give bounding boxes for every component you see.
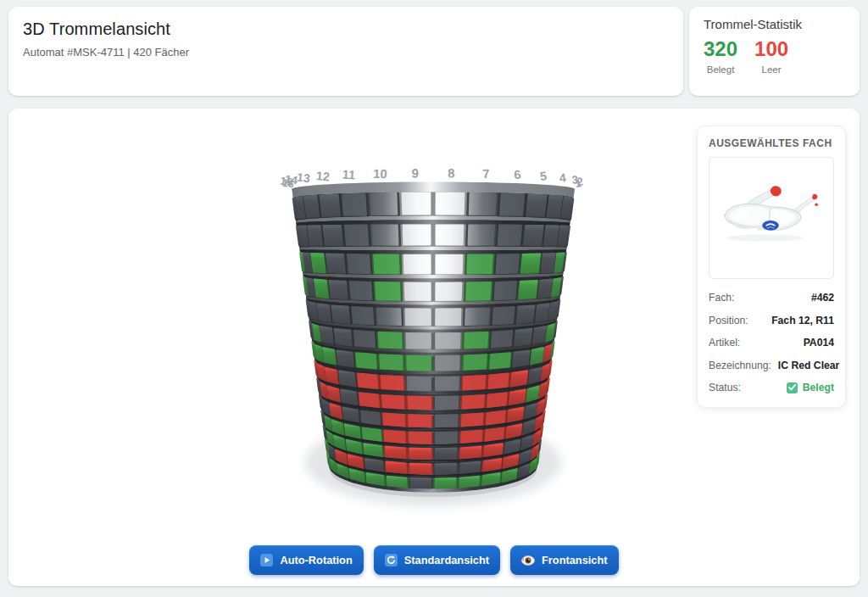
drum-cell[interactable] [407,356,431,371]
drum-cell[interactable] [437,225,464,244]
drum-cell[interactable] [493,307,515,324]
drum-cell[interactable] [323,226,342,245]
drum-cell[interactable] [486,427,504,440]
drum-cell[interactable] [484,444,502,456]
drum-cell[interactable] [461,447,481,459]
drum-cell[interactable] [409,397,431,410]
drum-cell[interactable] [318,304,331,321]
drum-cell[interactable] [497,254,520,273]
drum-cell[interactable] [354,331,375,347]
drum-cell[interactable] [403,225,431,244]
drum-cell[interactable] [492,331,512,347]
drum-cell[interactable] [482,473,499,485]
drum-cell[interactable] [403,193,431,215]
drum-cell[interactable] [323,348,336,364]
drum-cell[interactable] [370,193,397,215]
drum-cell[interactable] [470,193,496,215]
drum-cell[interactable] [533,326,546,343]
drum-cell[interactable] [345,226,368,245]
drum-cell[interactable] [459,477,479,488]
drum-cell[interactable] [517,305,535,323]
drum-cell[interactable] [342,194,366,215]
drum-cell[interactable] [320,326,333,343]
drum-cell[interactable] [506,424,521,438]
drum-cell[interactable] [529,368,541,384]
drum-cell[interactable] [314,280,328,298]
drum-cell[interactable] [436,478,456,488]
drum-cell[interactable] [358,374,377,388]
drum-cell[interactable] [531,348,543,364]
drum-cell[interactable] [408,377,431,390]
drum-cell[interactable] [436,449,457,460]
drum-cell[interactable] [326,368,337,384]
drum-cell[interactable] [538,280,552,298]
drum-cell[interactable] [463,376,485,390]
drum-cell[interactable] [348,254,370,273]
drum-cell[interactable] [436,397,459,410]
drum-cell[interactable] [487,410,505,424]
drum-cell[interactable] [466,282,491,300]
drum-cell[interactable] [461,431,481,443]
drum-cell[interactable] [383,413,404,426]
drum-cell[interactable] [380,354,403,370]
drum-cell[interactable] [377,309,401,326]
drum-cell[interactable] [364,444,381,456]
drum-cell[interactable] [509,390,526,405]
drum-cell[interactable] [437,193,465,215]
drum-cell[interactable] [304,196,319,217]
drum-cell[interactable] [436,309,460,325]
drum-cell[interactable] [409,432,431,444]
drum-cell[interactable] [372,225,398,244]
drum-cell[interactable] [465,332,487,349]
drum-cell[interactable] [519,281,537,298]
drum-cell[interactable] [332,305,350,323]
drum-cell[interactable] [343,408,359,422]
drum-cell[interactable] [365,459,383,471]
drum-cell[interactable] [404,255,431,274]
drum-cell[interactable] [406,333,430,349]
drum-cell[interactable] [464,354,487,370]
drum-cell[interactable] [483,459,501,471]
drum-cell[interactable] [543,345,552,362]
drum-cell[interactable] [308,226,322,245]
drum-cell[interactable] [469,225,495,244]
drum-cell[interactable] [345,424,360,438]
drum-cell[interactable] [409,449,431,460]
drum-cell[interactable] [490,353,510,368]
drum-cell[interactable] [544,226,559,245]
drum-cell[interactable] [405,283,431,300]
drum-cell[interactable] [382,395,403,409]
drum-cell[interactable] [339,371,355,386]
drum-cell[interactable] [341,390,357,405]
drum-cell[interactable] [385,431,405,443]
drum-cell[interactable] [524,226,543,245]
drum-cell[interactable] [374,254,399,273]
drum-cell[interactable] [436,464,456,474]
drum-cell[interactable] [337,350,353,366]
drum-cell[interactable] [363,427,381,440]
drum-cell[interactable] [367,473,384,485]
drum-cell[interactable] [387,462,406,473]
drum-cell[interactable] [508,408,523,422]
drum-cell[interactable] [379,332,402,349]
drum-cell[interactable] [558,226,567,246]
drum-cell[interactable] [465,309,489,326]
drum-cell[interactable] [436,415,458,427]
front-view-button[interactable]: Frontansicht [510,545,619,575]
drum-cell[interactable] [387,477,407,488]
drum-cell[interactable] [467,254,492,273]
drum-cell[interactable] [350,282,372,299]
drum-cell[interactable] [361,410,380,424]
drum-cell[interactable] [526,387,538,402]
drum-cell[interactable] [436,432,457,444]
drum-cell[interactable] [498,226,521,245]
drum-cell[interactable] [511,371,527,386]
drum-cell[interactable] [515,329,531,346]
drum-cell[interactable] [555,254,565,272]
drum-cell[interactable] [526,195,546,216]
drum-cell[interactable] [489,374,509,388]
drum-cell[interactable] [328,387,340,402]
drum-cell[interactable] [436,377,459,390]
drum-cell[interactable] [521,254,540,273]
standard-view-button[interactable]: Standardansicht [374,545,500,575]
